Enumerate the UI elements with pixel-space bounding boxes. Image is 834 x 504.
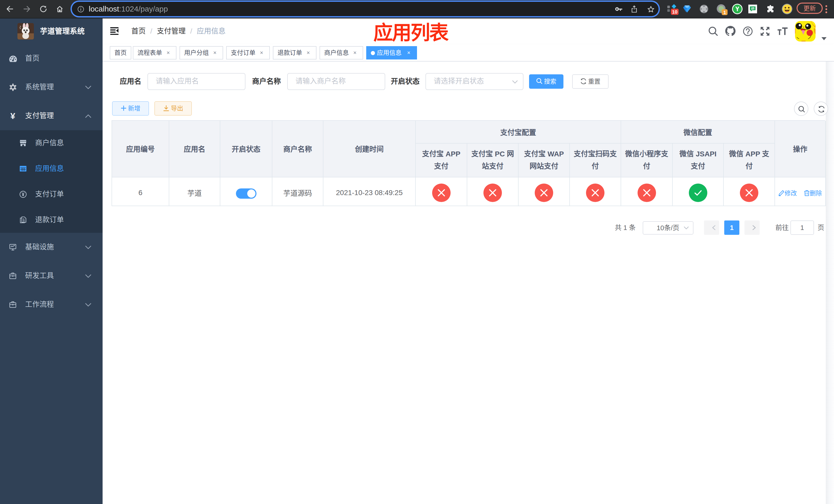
svg-text:10: 10 (672, 9, 677, 15)
svg-text:1: 1 (723, 10, 726, 15)
